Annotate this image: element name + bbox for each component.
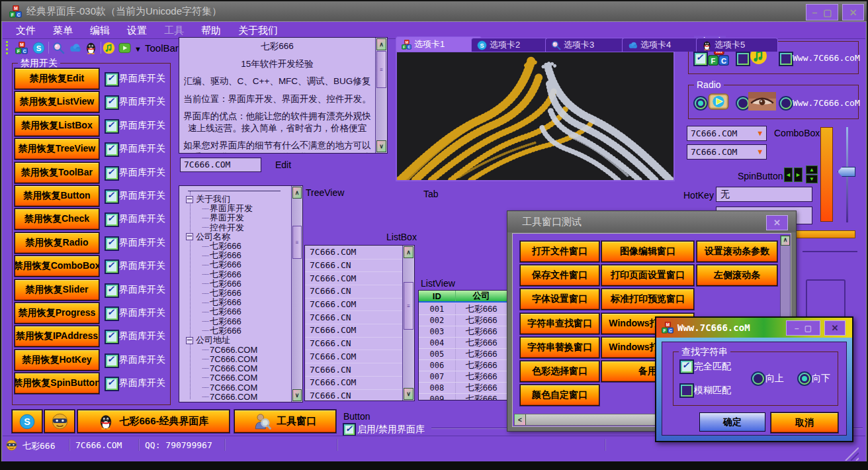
find-dialog[interactable]: Www.7C666.coM – ▢ ✕ 查找字符串 完全匹配 模糊匹配 向上 向… — [655, 316, 853, 442]
checkbox-link[interactable] — [779, 52, 793, 66]
spin-right-icon[interactable]: ► — [794, 167, 803, 182]
library-switch-checkbox[interactable] — [105, 259, 119, 274]
listbox-scroll-thumb[interactable]: ≡ — [404, 282, 413, 330]
disable-button-12[interactable]: 禁用恢复IPAddress — [15, 326, 99, 347]
listbox-item[interactable]: 7C666.CN — [305, 259, 403, 273]
library-switch-checkbox[interactable] — [105, 166, 119, 181]
listbox-item[interactable]: 7C666.CN — [305, 337, 403, 351]
enable-library-checkbox[interactable] — [343, 423, 356, 436]
toolwin-button-左侧滚动条[interactable]: 左侧滚动条 — [697, 265, 777, 286]
disable-button-2[interactable]: 禁用恢复ListView — [15, 91, 99, 113]
scroll-left-icon[interactable]: < — [515, 414, 526, 425]
tree-leaf[interactable]: ┄┄7C666.COM — [202, 354, 289, 363]
listview-column-header[interactable]: ID — [419, 291, 456, 301]
listbox-item[interactable]: 7C666.CN — [305, 389, 403, 401]
listbox-item[interactable]: 7C666.COM — [305, 298, 403, 312]
toolwin-button-设置滚动条参数[interactable]: 设置滚动条参数 — [697, 241, 777, 262]
spin-up-icon[interactable]: ▲ — [806, 165, 818, 174]
spin-down-icon[interactable]: ▼ — [806, 175, 818, 183]
toolwin-button-保存文件窗口[interactable]: 保存文件窗口 — [520, 265, 599, 286]
scroll-down-icon[interactable]: ∨ — [376, 140, 386, 152]
cancel-button[interactable]: 取消 — [771, 412, 838, 433]
spin-left-icon[interactable]: ◄ — [784, 167, 793, 182]
scroll-up-icon[interactable]: ∧ — [404, 246, 413, 258]
toolwin-button-打印页面设置窗口[interactable]: 打印页面设置窗口 — [601, 265, 694, 286]
minimize-icon[interactable]: – — [795, 324, 799, 333]
combobox-2[interactable]: 7C666.COM ▼ — [687, 144, 767, 160]
radio-link[interactable] — [779, 96, 793, 111]
tool-window-close-button[interactable]: ✕ — [766, 215, 788, 230]
direction-up-radio[interactable] — [751, 371, 765, 386]
tree-leaf[interactable]: ┄┄7C666.COM — [202, 373, 289, 383]
tree-node-公司地址[interactable]: 公司地址 — [186, 336, 289, 345]
tab-选项卡1[interactable]: 选项卡1 — [396, 36, 482, 52]
music-icon[interactable] — [103, 42, 115, 54]
library-switch-checkbox[interactable] — [105, 142, 119, 157]
disable-button-5[interactable]: 禁用恢复ToolBar — [15, 162, 99, 183]
single-edit[interactable]: 7C666.COM — [180, 158, 261, 172]
library-switch-checkbox[interactable] — [105, 95, 119, 110]
chevron-down-icon[interactable]: ▼ — [758, 148, 762, 156]
listbox-item[interactable]: 7C666.COM — [305, 350, 403, 364]
library-switch-checkbox[interactable] — [105, 189, 119, 204]
cloud-icon[interactable] — [69, 42, 81, 54]
listview-column-header[interactable]: 公司 — [456, 291, 508, 301]
scroll-down-icon[interactable]: ∨ — [404, 388, 413, 400]
exact-match-checkbox[interactable] — [679, 359, 694, 374]
tab-选项卡2[interactable]: 选项卡2 — [471, 38, 556, 52]
library-switch-checkbox[interactable] — [105, 119, 119, 134]
listbox-item[interactable]: 7C666.COM — [305, 376, 403, 390]
toolwin-button-打开文件窗口[interactable]: 打开文件窗口 — [520, 241, 599, 262]
disable-button-11[interactable]: 禁用恢复Progress — [15, 303, 99, 324]
toolwin-button-色彩选择窗口[interactable]: 色彩选择窗口 — [520, 361, 599, 382]
disable-button-10[interactable]: 禁用恢复Slider — [15, 279, 99, 301]
tab-选项卡5[interactable]: 选项卡5 — [696, 38, 778, 52]
qq-icon[interactable] — [85, 42, 97, 54]
toolwin-button-颜色自定窗口[interactable]: 颜色自定窗口 — [520, 385, 599, 406]
radio-player[interactable] — [693, 96, 708, 111]
toolwin-button-标准打印预览窗口[interactable]: 标准打印预览窗口 — [601, 289, 694, 310]
toolwin-button-图像编辑窗口[interactable]: 图像编辑窗口 — [601, 241, 694, 262]
listbox-item[interactable]: 7C666.CN — [305, 285, 403, 299]
tool-window-button[interactable]: 工具窗口 — [234, 410, 336, 433]
library-switch-checkbox[interactable] — [105, 377, 119, 391]
minimize-maximize-buttons[interactable]: – ▢ — [806, 4, 838, 21]
ok-button[interactable]: 确定 — [699, 412, 765, 432]
skype-button[interactable] — [12, 410, 42, 433]
find-dialog-close-button[interactable]: ✕ — [824, 320, 846, 336]
library-switch-checkbox[interactable] — [105, 236, 119, 251]
menu-item-编辑[interactable]: 编辑 — [90, 24, 110, 37]
scroll-up-icon[interactable]: ∧ — [376, 38, 386, 50]
listbox-item[interactable]: 7C666.COM — [305, 324, 403, 338]
direction-down-radio[interactable] — [797, 371, 812, 386]
mfc-icon[interactable] — [15, 42, 28, 54]
tree-leaf[interactable]: ┄┄7C666.COM — [202, 345, 289, 354]
tree-leaf[interactable]: ┄┄7C666.COM — [202, 364, 289, 373]
menu-item-帮助[interactable]: 帮助 — [201, 24, 221, 37]
tree-collapse-icon[interactable] — [186, 196, 193, 203]
library-switch-checkbox[interactable] — [105, 283, 119, 298]
horizontal-slider-track[interactable] — [803, 251, 857, 252]
close-button[interactable]: ✕ — [842, 4, 864, 21]
menu-item-关于我们[interactable]: 关于我们 — [238, 24, 278, 37]
tree-scrollbar[interactable]: ∧ ≡ ∨ — [291, 186, 302, 402]
toolwin-button-字符串替换窗口[interactable]: 字符串替换窗口 — [520, 337, 599, 358]
disable-button-13[interactable]: 禁用恢复HotKey — [15, 350, 99, 371]
combobox-1[interactable]: 7C666.COM ▼ — [687, 126, 767, 141]
listbox-item[interactable]: 7C666.CN — [305, 363, 403, 377]
menu-item-设置[interactable]: 设置 — [127, 24, 147, 37]
hotkey-field[interactable]: 无 — [716, 187, 812, 202]
tree-leaf[interactable]: ┄┄7C666.COM — [202, 392, 289, 401]
disable-button-3[interactable]: 禁用恢复ListBox — [15, 115, 99, 136]
disable-button-6[interactable]: 禁用恢复Button — [15, 185, 99, 207]
disable-button-9[interactable]: 禁用恢复ComboBox — [15, 256, 99, 277]
library-switch-checkbox[interactable] — [105, 353, 119, 368]
multiline-edit[interactable]: 七彩66615年软件开发经验汇编、驱动、C、C++、MFC、调试、BUG修复当前… — [179, 37, 388, 154]
listbox-item[interactable]: 7C666.CN — [305, 311, 403, 325]
fuzzy-match-checkbox[interactable] — [679, 383, 694, 398]
resize-grip[interactable] — [839, 447, 859, 461]
disable-button-14[interactable]: 禁用恢复SpinButton — [15, 373, 99, 394]
listbox-scrollbar[interactable]: ∧ ≡ ∨ — [402, 246, 414, 400]
find-dialog-minmax-buttons[interactable]: – ▢ — [786, 320, 820, 336]
library-switch-checkbox[interactable] — [105, 72, 119, 87]
